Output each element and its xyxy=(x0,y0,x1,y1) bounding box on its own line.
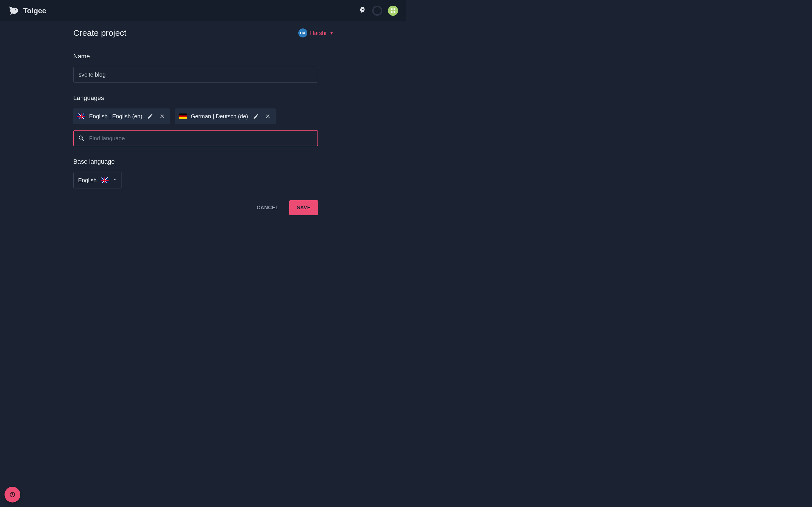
remove-language-button[interactable] xyxy=(264,112,272,120)
form-actions: CANCEL SAVE xyxy=(73,200,318,215)
owner-name: Harshil xyxy=(310,30,327,36)
pencil-icon xyxy=(147,113,153,119)
flag-uk-icon xyxy=(101,177,109,183)
pencil-icon xyxy=(253,113,259,119)
base-language-label: Base language xyxy=(73,158,333,165)
remove-language-button[interactable] xyxy=(158,112,166,120)
svg-point-2 xyxy=(9,6,10,8)
page: Create project HA Harshil ▾ Name Languag… xyxy=(0,21,406,215)
chevron-down-icon: ▾ xyxy=(331,31,333,36)
brand-name: Tolgee xyxy=(23,6,46,15)
base-language-section: Base language English xyxy=(73,158,333,188)
owner-selector[interactable]: HA Harshil ▾ xyxy=(298,29,333,38)
close-icon xyxy=(159,113,165,119)
languages-row: English | English (en) German | Deutsch … xyxy=(73,108,333,124)
create-project-form: Name Languages English | English (en) xyxy=(0,44,406,215)
user-avatar[interactable] xyxy=(388,6,398,16)
tolgee-logo-icon xyxy=(8,5,19,16)
cancel-button[interactable]: CANCEL xyxy=(254,200,282,215)
svg-rect-7 xyxy=(394,11,395,13)
svg-rect-4 xyxy=(391,8,393,10)
app-header: Tolgee xyxy=(0,0,406,21)
find-language-box[interactable] xyxy=(73,130,318,146)
language-chip-label: German | Deutsch (de) xyxy=(191,113,248,120)
name-section: Name xyxy=(73,53,333,82)
brand[interactable]: Tolgee xyxy=(8,5,46,16)
rocket-icon[interactable] xyxy=(359,6,366,15)
header-right xyxy=(359,6,398,16)
find-language-input[interactable] xyxy=(89,135,313,142)
language-chip-label: English | English (en) xyxy=(89,113,142,120)
svg-point-3 xyxy=(15,9,16,10)
search-icon xyxy=(78,135,85,142)
language-chip-german: German | Deutsch (de) xyxy=(175,108,276,124)
flag-uk-icon xyxy=(77,114,85,119)
page-header: Create project HA Harshil ▾ xyxy=(0,21,406,44)
owner-avatar: HA xyxy=(298,29,307,38)
languages-section: Languages English | English (en) German … xyxy=(73,94,333,146)
page-title: Create project xyxy=(73,28,126,38)
edit-language-button[interactable] xyxy=(252,112,260,120)
chevron-down-icon xyxy=(112,177,117,183)
languages-label: Languages xyxy=(73,94,333,102)
name-label: Name xyxy=(73,53,333,60)
svg-rect-6 xyxy=(391,11,393,13)
close-icon xyxy=(265,113,271,119)
base-language-value: English xyxy=(78,177,97,184)
base-language-select[interactable]: English xyxy=(73,172,122,188)
flag-de-icon xyxy=(179,114,187,119)
progress-ring-icon[interactable] xyxy=(372,6,382,16)
edit-language-button[interactable] xyxy=(146,112,154,120)
project-name-input[interactable] xyxy=(73,67,318,82)
save-button[interactable]: SAVE xyxy=(289,200,318,215)
svg-rect-5 xyxy=(394,8,395,10)
language-chip-english: English | English (en) xyxy=(73,108,170,124)
